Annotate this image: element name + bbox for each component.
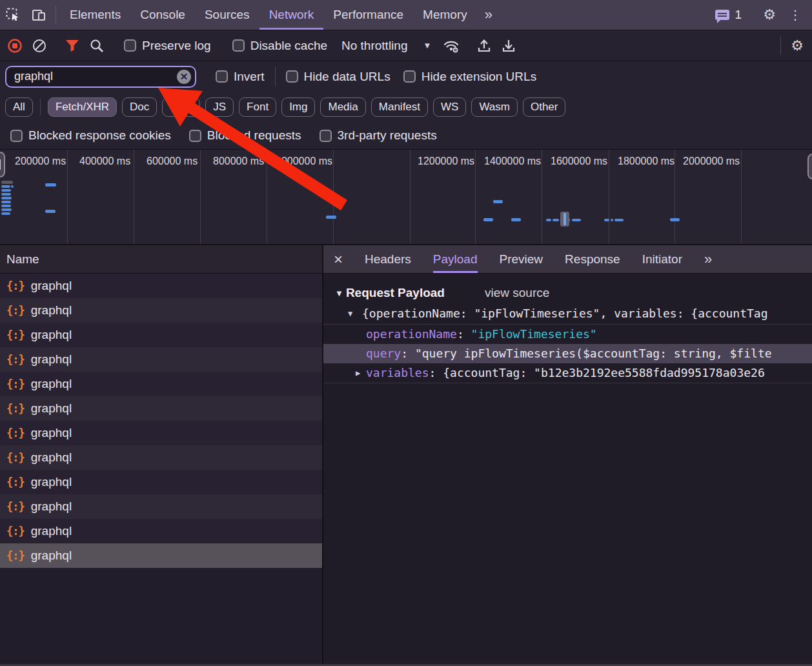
filter-toggle-button[interactable] — [60, 34, 85, 58]
chip-wasm[interactable]: Wasm — [471, 97, 518, 117]
request-row[interactable]: {:}graphql — [0, 519, 322, 543]
request-row[interactable]: {:}graphql — [0, 421, 322, 445]
more-options-button[interactable]: ⋮ — [782, 8, 808, 21]
detail-tab-payload[interactable]: Payload — [433, 245, 478, 273]
tab-console[interactable]: Console — [130, 0, 195, 30]
checkbox-box — [124, 39, 136, 52]
timeline-divider — [200, 150, 201, 244]
hide-extension-urls-checkbox[interactable]: Hide extension URLs — [397, 70, 543, 84]
payload-entry[interactable]: operationName: "ipFlowTimeseries" — [323, 325, 812, 344]
request-bar — [45, 183, 56, 187]
inspect-cursor-icon — [5, 7, 21, 23]
disable-cache-checkbox[interactable]: Disable cache — [226, 39, 334, 53]
preserve-log-checkbox[interactable]: Preserve log — [117, 39, 218, 53]
request-row[interactable]: {:}graphql — [0, 396, 322, 421]
request-row[interactable]: {:}graphql — [0, 372, 322, 396]
timeline-divider — [609, 150, 609, 244]
timeline-left-handle[interactable] — [0, 152, 5, 177]
upload-icon — [476, 38, 492, 54]
chip-js[interactable]: JS — [205, 97, 234, 117]
tab-network[interactable]: Network — [259, 0, 324, 30]
import-har-button[interactable] — [472, 34, 496, 58]
timeline-label: 1000000 ms — [276, 156, 332, 167]
payload-preview-row[interactable]: ▼ {operationName: "ipFlowTimeseries", va… — [323, 303, 812, 324]
extra-filters-row: Blocked response cookiesBlocked requests… — [0, 122, 812, 150]
request-row[interactable]: {:}graphql — [0, 274, 322, 298]
request-row[interactable]: {:}graphql — [0, 347, 322, 372]
network-settings-button[interactable]: ⚙ — [785, 34, 809, 58]
blocked-requests-checkbox[interactable]: Blocked requests — [180, 128, 310, 143]
filter-input[interactable] — [5, 66, 196, 88]
devtools-window: ElementsConsoleSourcesNetworkPerformance… — [0, 0, 812, 666]
chevron-down-icon: ▼ — [423, 41, 431, 50]
json-fetch-icon: {:} — [6, 549, 25, 562]
settings-button[interactable]: ⚙ — [756, 8, 782, 22]
chip-font[interactable]: Font — [239, 97, 276, 117]
timeline-label: 1800000 ms — [618, 156, 675, 167]
request-bar — [45, 210, 56, 213]
checkbox-box — [403, 70, 416, 83]
request-row[interactable]: {:}graphql — [0, 323, 322, 347]
console-messages-button[interactable]: 1 — [709, 8, 748, 22]
request-row[interactable]: {:}graphql — [0, 543, 322, 568]
close-details-button[interactable]: × — [334, 252, 343, 267]
request-payload-section[interactable]: ▼ Request Payload view source — [323, 283, 812, 303]
3rd-party-requests-checkbox[interactable]: 3rd-party requests — [310, 128, 446, 143]
request-row[interactable]: {:}graphql — [0, 298, 322, 323]
view-source-link[interactable]: view source — [485, 286, 549, 300]
tab-memory[interactable]: Memory — [413, 0, 477, 30]
inspect-element-button[interactable] — [0, 0, 26, 30]
chip-media[interactable]: Media — [320, 97, 365, 117]
detail-tab-preview[interactable]: Preview — [500, 245, 543, 273]
network-overview-timeline[interactable]: 200000 ms400000 ms600000 ms800000 ms1000… — [0, 150, 812, 245]
chip-img[interactable]: Img — [281, 97, 315, 117]
chip-manifest[interactable]: Manifest — [371, 97, 428, 117]
payload-value: "ipFlowTimeseries" — [471, 327, 597, 341]
chip-css[interactable]: CSS — [162, 97, 200, 117]
device-toolbar-button[interactable] — [26, 0, 52, 30]
clear-filter-button[interactable]: ✕ — [177, 70, 191, 84]
request-row[interactable]: {:}graphql — [0, 470, 322, 494]
chip-all[interactable]: All — [5, 97, 33, 117]
filter-row: ✕ Invert Hide data URLs Hide extension U… — [0, 61, 812, 92]
blocked-response-cookies-checkbox[interactable]: Blocked response cookies — [1, 128, 180, 143]
timeline-label: 400000 ms — [79, 156, 130, 167]
clear-network-log-button[interactable] — [27, 34, 52, 58]
payload-entry[interactable]: ▶variables: {accountTag: "b12e3b2192ee55… — [323, 363, 812, 383]
chip-ws[interactable]: WS — [433, 97, 466, 117]
request-row[interactable]: {:}graphql — [0, 494, 322, 519]
json-fetch-icon: {:} — [6, 476, 25, 489]
hide-data-urls-checkbox[interactable]: Hide data URLs — [279, 70, 397, 84]
tab-performance[interactable]: Performance — [323, 0, 413, 30]
chip-doc[interactable]: Doc — [122, 97, 157, 117]
request-bar — [611, 219, 613, 221]
detail-tab-headers[interactable]: Headers — [365, 245, 411, 273]
invert-checkbox[interactable]: Invert — [209, 70, 271, 84]
tab-elements[interactable]: Elements — [60, 0, 130, 30]
chip-other[interactable]: Other — [523, 97, 566, 117]
triangle-down-icon: ▼ — [348, 303, 352, 324]
export-har-button[interactable] — [496, 34, 521, 58]
selected-request-marker — [560, 212, 569, 227]
triangle-right-icon: ▶ — [356, 363, 360, 383]
tab-sources[interactable]: Sources — [195, 0, 259, 30]
request-name: graphql — [31, 450, 72, 465]
json-fetch-icon: {:} — [6, 378, 25, 390]
detail-tab-initiator[interactable]: Initiator — [642, 245, 682, 273]
detail-tab-response[interactable]: Response — [565, 245, 620, 273]
payload-colon: : — [457, 327, 471, 341]
chip-fetch-xhr[interactable]: Fetch/XHR — [48, 97, 117, 117]
message-bubble-icon — [715, 10, 729, 20]
record-network-log-button[interactable] — [3, 34, 27, 58]
request-row[interactable]: {:}graphql — [0, 445, 322, 470]
network-conditions-button[interactable] — [439, 34, 463, 58]
request-name: graphql — [31, 328, 72, 342]
timeline-right-handle[interactable] — [807, 154, 812, 179]
more-detail-tabs-button[interactable]: » — [704, 251, 711, 268]
json-fetch-icon: {:} — [6, 525, 25, 538]
name-column-header[interactable]: Name — [0, 245, 322, 274]
search-button[interactable] — [85, 34, 109, 58]
throttling-select[interactable]: No throttling ▼ — [334, 39, 439, 53]
more-panels-button[interactable]: » — [477, 0, 499, 30]
payload-entry[interactable]: query: "query ipFlowTimeseries($accountT… — [323, 344, 812, 363]
